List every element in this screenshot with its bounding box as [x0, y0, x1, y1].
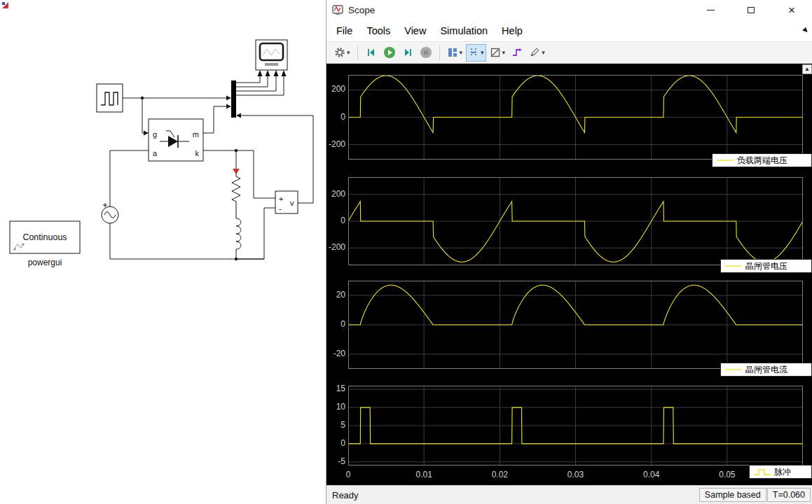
caret-icon: ▾: [460, 49, 463, 56]
trigger-button[interactable]: [509, 44, 525, 62]
menu-simulation[interactable]: Simulation: [434, 23, 493, 38]
legend-load_voltage[interactable]: 负载两端电压: [712, 153, 812, 167]
y-tick-label: 0: [326, 319, 345, 329]
scope-screen-icon: [260, 43, 283, 60]
toolbar: ▾: [326, 41, 812, 64]
caret-icon: ▾: [502, 49, 506, 56]
scope-input-ports: [258, 70, 287, 76]
legend-marker-icon: [752, 468, 772, 476]
powergui-block-name: powergui: [28, 258, 62, 267]
pulse-generator-block[interactable]: [97, 84, 123, 112]
desktop: g a m k: [0, 0, 812, 504]
x-tick-label: 0.03: [560, 470, 591, 479]
menu-help[interactable]: Help: [496, 23, 528, 38]
status-cells: Sample based T=0.060: [699, 488, 812, 502]
caret-icon: ▾: [481, 49, 484, 56]
resistor-icon: [232, 174, 240, 205]
toolbar-separator: [357, 46, 358, 59]
scope-axes-2[interactable]: [348, 177, 803, 265]
menubar: File Tools View Simulation Help ▶: [326, 20, 812, 41]
scale-axes-button[interactable]: ▾: [488, 44, 508, 62]
y-tick-label: 15: [326, 384, 345, 393]
port-label-plus: +: [279, 195, 283, 203]
scope-block[interactable]: [256, 40, 287, 76]
port-label-g: g: [153, 130, 157, 139]
stop-icon: [420, 46, 432, 59]
y-tick-label: 5: [326, 420, 345, 430]
step-back-icon: [366, 47, 377, 58]
menu-view[interactable]: View: [399, 23, 432, 38]
y-tick-label: -200: [326, 242, 345, 252]
port-label-a: a: [153, 149, 158, 158]
legend-marker-icon: [724, 365, 743, 374]
cursor-measurements-icon: [468, 47, 479, 58]
scope-app-icon: [332, 4, 343, 15]
pen-icon: [529, 47, 540, 58]
y-tick-label: -200: [326, 139, 345, 149]
corner-glyph: [2, 2, 8, 8]
step-forward-icon: [402, 47, 413, 58]
up-arrow-icon: ▲: [804, 66, 810, 72]
close-button[interactable]: ×: [771, 0, 812, 20]
x-tick-label: 0.01: [408, 470, 439, 479]
port-label-m: m: [193, 130, 199, 139]
legend-thyristor_voltage[interactable]: 晶闸管电压: [720, 259, 812, 273]
menu-file[interactable]: File: [331, 23, 358, 38]
status-sim-time: T=0.060: [767, 488, 811, 502]
trigger-icon: [511, 47, 523, 58]
y-tick-label: 10: [326, 402, 345, 412]
legend-marker-icon: [724, 262, 743, 270]
settings-button[interactable]: ▾: [332, 44, 352, 62]
legend-label: 负载两端电压: [737, 155, 787, 167]
stop-button[interactable]: [418, 44, 434, 62]
y-tick-label: 200: [326, 189, 345, 199]
statusbar: Ready Sample based T=0.060: [326, 485, 812, 504]
scope-axes-3[interactable]: [348, 281, 803, 369]
caret-icon: ▾: [347, 49, 350, 56]
y-tick-label: 0: [326, 216, 345, 225]
x-tick-label: 0.04: [636, 470, 667, 479]
y-tick-label: 0: [326, 438, 345, 448]
menu-tools[interactable]: Tools: [361, 23, 396, 38]
step-forward-button[interactable]: [399, 44, 416, 62]
port-label-k: k: [195, 149, 200, 158]
layout-icon: [447, 47, 458, 58]
status-sample-mode: Sample based: [699, 488, 766, 502]
y-tick-label: 200: [326, 84, 345, 94]
window-controls: ×: [690, 0, 812, 20]
x-tick-label: 0: [333, 470, 364, 479]
legend-label: 脉冲: [774, 466, 791, 478]
highlight-button[interactable]: ▾: [527, 44, 547, 62]
powergui-block[interactable]: Continuous: [10, 221, 80, 253]
scope-axes-1[interactable]: [348, 75, 803, 160]
legend-label: 晶闸管电压: [745, 260, 787, 272]
powergui-mode-label: Continuous: [22, 232, 67, 242]
rlc-branch-block[interactable]: [232, 169, 241, 251]
run-icon: [383, 46, 396, 59]
voltage-measurement-block[interactable]: + - v: [275, 191, 298, 214]
simulink-model-area: g a m k: [0, 0, 326, 504]
menubar-overflow-icon[interactable]: ▶: [802, 26, 811, 34]
legend-gate_pulse[interactable]: 脉冲: [749, 465, 812, 479]
titlebar[interactable]: Scope ×: [326, 0, 812, 20]
mux-block[interactable]: [231, 80, 236, 118]
thyristor-block[interactable]: g a m k: [149, 119, 203, 161]
port-label-v: v: [290, 199, 294, 207]
run-button[interactable]: [381, 44, 398, 62]
legend-thyristor_current[interactable]: 晶闸管电流: [720, 363, 812, 377]
toolbar-separator: [439, 46, 440, 59]
step-back-button[interactable]: [363, 44, 380, 62]
scale-axes-icon: [490, 47, 501, 58]
scroll-up-button[interactable]: ▲: [802, 64, 812, 74]
gear-icon: [334, 47, 345, 58]
y-tick-label: -20: [326, 349, 345, 358]
x-tick-label: 0.02: [484, 470, 515, 479]
scope-axes-4[interactable]: [348, 386, 803, 465]
scope-display[interactable]: ▲ 2000-200负载两端电压2000-200晶闸管电压200-20晶闸管电流…: [326, 64, 812, 485]
cursor-measurements-button[interactable]: ▾: [466, 44, 486, 62]
minimize-button[interactable]: [690, 0, 731, 20]
layout-button[interactable]: ▾: [445, 44, 465, 62]
maximize-button[interactable]: [731, 0, 771, 20]
inductor-icon: [236, 218, 241, 251]
port-label-minus: -: [279, 204, 282, 213]
